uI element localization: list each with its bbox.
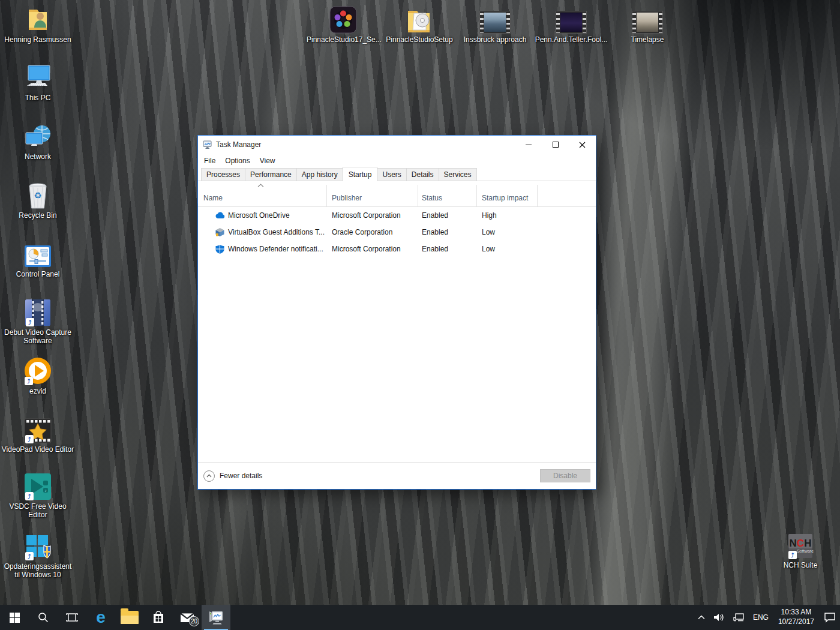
- close-button[interactable]: [569, 136, 596, 154]
- maximize-button[interactable]: [542, 136, 569, 154]
- row-status: Enabled: [422, 224, 448, 241]
- column-header-name[interactable]: Name: [203, 194, 223, 202]
- recycle-bin-icon: ♻: [27, 181, 49, 209]
- volume-button[interactable]: [709, 605, 728, 630]
- column-separator[interactable]: [418, 185, 418, 206]
- tab-startup[interactable]: Startup: [343, 167, 378, 181]
- column-header-impact[interactable]: Startup impact: [482, 194, 528, 202]
- table-header: Name Publisher Status Startup impact: [198, 181, 596, 207]
- desktop-icon-recycle-bin[interactable]: ♻ Recycle Bin: [1, 181, 74, 220]
- store-button[interactable]: [144, 605, 173, 630]
- tab-app-history[interactable]: App history: [296, 168, 343, 181]
- user-folder-icon: [24, 5, 52, 34]
- language-indicator[interactable]: ENG: [749, 605, 773, 630]
- row-impact: High: [482, 207, 497, 224]
- action-center-button[interactable]: [820, 605, 840, 630]
- column-header-publisher[interactable]: Publisher: [332, 194, 362, 202]
- tab-services[interactable]: Services: [439, 168, 477, 181]
- mail-badge: 20: [189, 616, 199, 626]
- task-manager-taskbar-button[interactable]: [202, 605, 230, 630]
- close-icon: [579, 142, 586, 148]
- row-publisher: Microsoft Corporation: [332, 207, 401, 224]
- edge-button[interactable]: e: [86, 605, 115, 630]
- task-manager-icon: [203, 140, 212, 149]
- network-icon: [23, 122, 52, 151]
- desktop-icon-label: Inssbruck approach: [464, 35, 527, 44]
- minimize-icon: [526, 145, 532, 145]
- row-status: Enabled: [422, 241, 448, 257]
- desktop-icon-debut[interactable]: ⤴ Debut Video Capture Software: [1, 298, 74, 346]
- desktop-icon-label: Control Panel: [16, 270, 60, 278]
- desktop-icon-label: VideoPad Video Editor: [2, 445, 74, 454]
- menu-file[interactable]: File: [199, 157, 220, 165]
- nch-suite-icon: NCH Software ⤴: [787, 530, 814, 559]
- mail-button[interactable]: 20: [173, 605, 202, 630]
- desktop-icon-update-assistant[interactable]: ⤴ Opdateringsassistent til Windows 10: [1, 532, 74, 580]
- tab-performance[interactable]: Performance: [245, 168, 297, 181]
- desktop-icon-penn-teller[interactable]: Penn.And.Teller.Fool...: [535, 5, 608, 44]
- desktop-icon-network[interactable]: Network: [1, 122, 74, 161]
- fewer-details-label: Fewer details: [220, 472, 262, 480]
- desktop-icon-label: Henning Rasmussen: [4, 35, 71, 44]
- title-bar[interactable]: Task Manager: [198, 136, 596, 154]
- taskbar: e 20: [0, 605, 840, 630]
- tab-details[interactable]: Details: [406, 168, 439, 181]
- row-status: Enabled: [422, 207, 448, 224]
- desktop-icon-label: Debut Video Capture Software: [1, 328, 74, 346]
- desktop-icon-label: VSDC Free Video Editor: [1, 502, 74, 520]
- desktop-icon-nch-suite[interactable]: NCH Software ⤴ NCH Suite: [764, 530, 837, 569]
- column-separator[interactable]: [537, 185, 538, 206]
- search-icon: [38, 612, 49, 623]
- column-separator[interactable]: [476, 185, 477, 206]
- column-header-status[interactable]: Status: [422, 194, 442, 202]
- maximize-icon: [553, 142, 559, 148]
- column-separator[interactable]: [326, 185, 327, 206]
- desktop-icon-this-pc[interactable]: This PC: [1, 63, 74, 102]
- clock[interactable]: 10:33 AM 10/27/2017: [773, 605, 820, 630]
- desktop-icon-henning-rasmussen[interactable]: Henning Rasmussen: [1, 5, 74, 44]
- desktop-icon-pinnacle-setup[interactable]: PinnacleStudioSetup: [383, 5, 456, 44]
- desktop-wallpaper: Henning Rasmussen This PC Network: [0, 0, 840, 630]
- search-button[interactable]: [29, 605, 58, 630]
- svg-text:NCH: NCH: [790, 538, 812, 549]
- speaker-icon: [713, 613, 724, 622]
- desktop-icon-vsdc[interactable]: ♪ ⤴ VSDC Free Video Editor: [1, 472, 74, 520]
- desktop-icon-pinnacle17[interactable]: PinnacleStudio17_Se...: [307, 5, 380, 44]
- tab-strip: Processes Performance App history Startu…: [198, 167, 596, 181]
- desktop-icon-inssbruck[interactable]: Inssbruck approach: [458, 5, 532, 44]
- ezvid-icon: ⤴: [23, 356, 52, 385]
- file-explorer-button[interactable]: [115, 605, 144, 630]
- desktop-icon-label: ezvid: [29, 387, 46, 395]
- video-file-icon: [479, 5, 511, 34]
- start-button[interactable]: [0, 605, 29, 630]
- desktop-icon-label: PinnacleStudio17_Se...: [307, 35, 380, 44]
- menu-view[interactable]: View: [255, 157, 280, 165]
- tray-expand-button[interactable]: [694, 605, 709, 630]
- video-file-icon: [556, 5, 587, 34]
- table-row-virtualbox[interactable]: VirtualBox Guest Additions T... Oracle C…: [198, 224, 596, 241]
- startup-table: Microsoft OneDrive Microsoft Corporation…: [198, 207, 596, 462]
- desktop-icon-control-panel[interactable]: Control Panel: [1, 239, 74, 278]
- fewer-details-toggle[interactable]: Fewer details: [203, 470, 262, 482]
- tab-users[interactable]: Users: [377, 168, 406, 181]
- row-name: VirtualBox Guest Additions T...: [228, 224, 325, 241]
- desktop-icon-label: Penn.And.Teller.Fool...: [535, 35, 608, 44]
- disable-button[interactable]: Disable: [540, 469, 590, 482]
- row-publisher: Oracle Corporation: [332, 224, 392, 241]
- clock-time: 10:33 AM: [781, 608, 812, 617]
- table-row-onedrive[interactable]: Microsoft OneDrive Microsoft Corporation…: [198, 207, 596, 224]
- desktop-icon-videopad[interactable]: ⤴ VideoPad Video Editor: [1, 415, 74, 454]
- shortcut-arrow-icon: ⤴: [25, 492, 34, 500]
- minimize-button[interactable]: [515, 136, 542, 154]
- task-view-button[interactable]: [58, 605, 86, 630]
- shortcut-arrow-icon: ⤴: [25, 552, 34, 560]
- network-tray-button[interactable]: [728, 605, 749, 630]
- sort-ascending-icon: [257, 184, 264, 187]
- desktop-icon-timelapse[interactable]: Timelapse: [611, 5, 684, 44]
- tab-processes[interactable]: Processes: [201, 168, 245, 181]
- menu-options[interactable]: Options: [220, 157, 254, 165]
- videopad-icon: ⤴: [24, 415, 52, 443]
- table-row-defender[interactable]: Windows Defender notificati... Microsoft…: [198, 241, 596, 257]
- row-impact: Low: [482, 241, 495, 257]
- desktop-icon-ezvid[interactable]: ⤴ ezvid: [1, 356, 74, 395]
